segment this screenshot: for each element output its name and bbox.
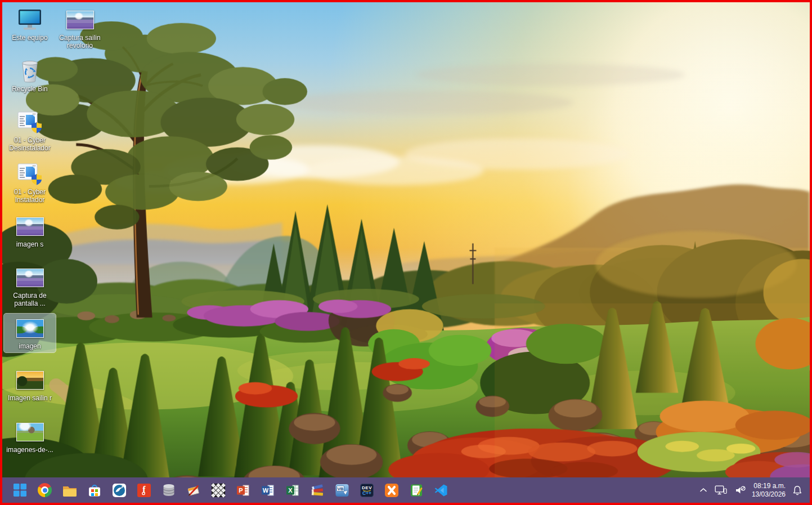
- taskbar-code-editor-button[interactable]: [405, 479, 427, 502]
- dev-text: DEV: [362, 485, 372, 490]
- pencil-design-tool-icon: [186, 483, 201, 498]
- desktop-icon-label: Captura de pantalla ...: [5, 292, 55, 307]
- desktop-icon-label: Este equipo: [12, 34, 47, 42]
- recycle-bin-icon: [19, 58, 41, 84]
- taskbar-chrome-button[interactable]: [34, 479, 56, 502]
- notification-bell-icon: [792, 485, 803, 496]
- mysql-workbench-icon: [112, 483, 127, 498]
- image-thumbnail-icon: [16, 423, 44, 441]
- f-app-icon: f: [137, 483, 151, 498]
- connected-display-icon: [715, 485, 728, 495]
- installer-icon: [17, 161, 43, 187]
- image-thumbnail-icon: [66, 11, 94, 29]
- desktop-icon-label: imagenes-de-...: [6, 446, 53, 454]
- taskbar-mysql-workbench-button[interactable]: [108, 479, 130, 502]
- image-thumbnail-icon: [16, 371, 44, 390]
- excel-letter: X: [288, 487, 293, 494]
- microsoft-store-icon: [87, 483, 102, 498]
- taskbar-checkered-app-button[interactable]: [207, 479, 229, 502]
- system-tray: 08:19 a.m. 13/03/2026: [698, 482, 804, 499]
- desktop-icon-label: imagen: [19, 342, 41, 350]
- taskbar-file-explorer-button[interactable]: [59, 479, 80, 502]
- word-letter: W: [262, 487, 268, 494]
- word-icon: W: [261, 483, 275, 498]
- clock-time: 08:19 a.m.: [752, 482, 786, 490]
- desktop-icon-label: 01 - Cyber Desinstalador: [5, 136, 55, 152]
- tray-notification-button[interactable]: [791, 482, 804, 499]
- image-thumbnail-icon: [16, 319, 44, 338]
- desktop-icon-label: Recycle Bin: [12, 85, 47, 93]
- taskbar-dev-cpp-button[interactable]: DEV C++: [356, 479, 378, 502]
- desktop-icon-cyber-desinstalador[interactable]: 01 - Cyber Desinstalador: [4, 108, 56, 154]
- tray-volume-button[interactable]: [734, 482, 747, 499]
- file-explorer-icon: [62, 483, 77, 498]
- checkered-pattern-icon: [211, 483, 226, 498]
- taskbar-f-app-button[interactable]: f: [133, 479, 155, 502]
- taskbar-database-app-button[interactable]: [158, 479, 180, 502]
- start-button[interactable]: [9, 479, 31, 502]
- desktop-icon-imagen-selected[interactable]: imagen: [4, 314, 56, 352]
- taskbar-visual-basic-button[interactable]: VB: [331, 479, 353, 502]
- taskbar-powerpoint-button[interactable]: P: [232, 479, 254, 502]
- image-thumbnail-icon: [16, 217, 44, 236]
- tray-chevron-button[interactable]: [698, 482, 708, 499]
- taskbar-vscode-button[interactable]: [430, 479, 452, 502]
- desktop-icon-imagenes-de[interactable]: imagenes-de-...: [4, 417, 56, 456]
- desktop-icon-imagen-sailin-r[interactable]: Imagen sailin r: [4, 365, 56, 404]
- desktop-icon-label: 01 - Cyber Instalador: [5, 188, 55, 204]
- desktop-icon-label: Captura sailin revolorio: [55, 34, 105, 50]
- desktop-icon-label: Imagen sailin r: [8, 394, 52, 402]
- desktop-icon-captura-de-pantalla[interactable]: Captura de pantalla ...: [4, 263, 56, 310]
- tray-display-button[interactable]: [714, 482, 729, 499]
- taskbar-winrar-button[interactable]: [306, 479, 328, 502]
- desktop-icon-este-equipo[interactable]: Este equipo: [4, 5, 56, 44]
- taskbar-design-tool-button[interactable]: [182, 479, 204, 502]
- this-pc-icon: [17, 7, 43, 33]
- volume-muted-icon: [735, 485, 746, 495]
- taskbar: f: [2, 477, 810, 503]
- desktop-icon-recycle-bin[interactable]: Recycle Bin: [4, 56, 56, 95]
- taskbar-xampp-button[interactable]: [380, 479, 402, 502]
- taskbar-word-button[interactable]: W: [257, 479, 279, 502]
- winrar-icon: [310, 483, 325, 498]
- taskbar-clock[interactable]: 08:19 a.m. 13/03/2026: [752, 482, 786, 499]
- cpp-text: C++: [362, 490, 371, 496]
- taskbar-excel-button[interactable]: X: [281, 479, 303, 502]
- taskbar-microsoft-store-button[interactable]: [83, 479, 105, 502]
- desktop-wallpaper: [2, 2, 810, 503]
- desktop-icon-label: imagen s: [16, 240, 44, 248]
- dev-cpp-icon: DEV C++: [360, 483, 374, 498]
- desktop-icon-captura-sailin-revolorio[interactable]: Captura sailin revolorio: [54, 5, 106, 52]
- installer-icon: [17, 109, 43, 135]
- excel-icon: X: [285, 483, 300, 498]
- visual-basic-icon: VB: [335, 483, 349, 498]
- desktop-screen: Este equipo Captura sailin revolorio Rec…: [0, 0, 812, 505]
- windows-logo-icon: [13, 483, 27, 497]
- powerpoint-letter: P: [239, 487, 243, 494]
- powerpoint-icon: P: [236, 483, 250, 498]
- desktop-icon-cyber-instalador[interactable]: 01 - Cyber Instalador: [4, 159, 56, 206]
- database-icon: [161, 483, 176, 498]
- vscode-icon: [434, 483, 448, 498]
- image-thumbnail-icon: [16, 269, 44, 287]
- notepad-editor-icon: [409, 483, 424, 498]
- chrome-icon: [38, 483, 52, 497]
- vb-letters: VB: [337, 486, 343, 491]
- clock-date: 13/03/2026: [752, 490, 786, 499]
- desktop-icon-imagen-s[interactable]: imagen s: [4, 212, 56, 251]
- taskbar-apps: f: [9, 479, 452, 502]
- chevron-up-icon: [699, 488, 707, 493]
- xampp-icon: [384, 483, 399, 498]
